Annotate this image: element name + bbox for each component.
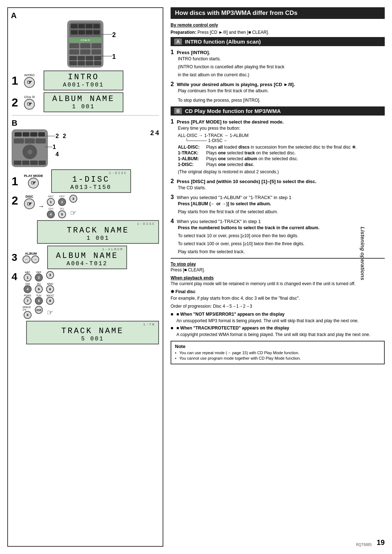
mode-1-track-desc: Plays one selected track on the selected…	[206, 150, 296, 155]
step-3-b: 3 When you selected "1-ALBUM" or "1-TRAC…	[171, 194, 385, 215]
mode-all-disc-desc: Plays all loaded discs in succession fro…	[206, 145, 357, 150]
num-key-1[interactable]: 1	[47, 198, 55, 206]
mode-1-track-key: 1-TRACK:	[178, 150, 203, 155]
lcd-intro-text: INTRO	[47, 73, 120, 82]
step-1a-line1: INTRO function starts.	[178, 56, 385, 62]
arrow-right: →	[38, 203, 44, 210]
lcd-track-text: TRACK NAME	[41, 226, 155, 235]
flow-line1: ALL-DISC → 1-TRACK → 1-ALBUM	[178, 133, 385, 138]
pointer-2-a: 2	[112, 31, 116, 39]
lcd-album-text: ALBUM NAME	[47, 94, 120, 104]
final-disc-heading: ❋ Final disc	[171, 289, 385, 294]
step-4b-line1: To select track 10 or over, press [≥10] …	[178, 232, 385, 239]
step-b3-album: 3 ALBUM ← → 1-ALBUM ALBUM NAME A004-T012	[12, 246, 159, 269]
step-4b-num: 4	[171, 218, 174, 225]
mode-1-track: 1-TRACK: Plays one selected track on the…	[178, 150, 385, 155]
section-a-title: INTRO function (Album scan)	[185, 39, 261, 45]
key-1[interactable]: 1	[24, 274, 32, 282]
section-b-header: B CD Play Mode function for MP3/WMA	[171, 106, 385, 116]
to-stop-text: Press [■ CLEAR].	[171, 267, 385, 273]
step-1b-num: 1	[171, 118, 174, 125]
left-panel: A CD►/II	[7, 7, 163, 547]
intro-button[interactable]: ☞	[24, 77, 35, 88]
play-mode-label: PLAY MODE	[24, 174, 43, 178]
lcd-album-b-tag: 1-ALBUM	[51, 248, 123, 251]
disc-button[interactable]: ☞	[24, 198, 35, 209]
key-7[interactable]: 7	[24, 297, 32, 305]
section-a-label: A	[11, 11, 17, 20]
step-3b-num: 3	[171, 194, 174, 201]
b-step4-num: 4	[12, 271, 21, 283]
step-2-cd: 2 CD►/II ☞ ALBUM NAME 1 001	[12, 92, 159, 112]
step-b1-playmode: 1 PLAY MODE ☞ 1-DISC 1-DISC A013-T150	[12, 169, 159, 193]
album-left-button[interactable]: ←	[23, 255, 30, 263]
pointer-2-b: 2	[56, 133, 59, 139]
num-key-2[interactable]: 2	[58, 198, 66, 206]
top-heading: How discs with MP3/WMA differ from CDs	[171, 7, 385, 19]
page-number: 19	[377, 538, 385, 547]
a-badge: A	[174, 39, 182, 45]
lcd-track-b-row: 1-TR TRACK NAME 5 001	[23, 321, 159, 344]
lcd-track-b-tag: 1-TR	[30, 323, 155, 327]
pointer-1-a: 1	[112, 53, 116, 61]
mode-table: ALL-DISC: Plays all loaded discs in succ…	[178, 145, 385, 167]
lcd-album-b-sub: A004-T012	[51, 260, 123, 267]
when-ends-heading: When playback ends	[171, 275, 385, 280]
lcd-album: ALBUM NAME 1 001	[44, 92, 123, 112]
mode-1-disc-desc: Plays one selected disc.	[206, 162, 254, 167]
lcd-track-name: 1-DISC TRACK NAME 1 001	[37, 220, 159, 244]
to-stop-heading: To stop play	[171, 262, 385, 267]
step-b2-disc: 2 DISC ☞ → ABC 1 DEF 2 3	[12, 195, 159, 218]
num-key-3[interactable]: 3	[69, 195, 77, 203]
num-key-4[interactable]: 4	[47, 210, 55, 218]
final-disc-section: ❋ Final disc For example, if play starts…	[171, 289, 385, 310]
pointer-4-b: 4	[56, 151, 59, 158]
album-label: ALBUM	[25, 252, 37, 255]
hand-icon-b2: ☞	[70, 209, 77, 217]
step-4b-line2: To select track 100 or over, press [≥10]…	[178, 240, 385, 247]
key-3[interactable]: 3	[46, 271, 54, 279]
mode-all-disc: ALL-DISC: Plays all loaded discs in succ…	[178, 145, 385, 150]
section-b-steps-col: 2 4	[51, 129, 159, 138]
key-9[interactable]: 9	[46, 297, 54, 305]
lcd-1disc-tag: 1-DISC	[55, 171, 127, 175]
step-2a-line1: Play continues from the first track of t…	[178, 88, 385, 94]
step-num-2: 2	[12, 97, 23, 108]
step-1-b: 1 Press [PLAY MODE] to select the desire…	[171, 118, 385, 175]
step-1-intro: 1 INTRO ☞ INTRO A001-T001	[12, 70, 159, 90]
step-1b-heading: Press [PLAY MODE] to select the desired …	[177, 119, 284, 125]
key-4[interactable]: 4	[24, 285, 32, 293]
key-6[interactable]: 6	[46, 285, 54, 293]
pointer-b2: 2	[63, 133, 66, 139]
cd-btn-label: CD►/II	[24, 95, 34, 99]
step-3b-heading: When you selected "1-ALBUM" or "1-TRACK"…	[177, 195, 291, 200]
step-1a-num: 1	[171, 49, 174, 56]
lcd-track-b: 1-TR TRACK NAME 5 001	[26, 321, 159, 344]
section-a-header: A INTRO function (Album scan)	[171, 37, 385, 46]
section-b-label: B	[12, 118, 159, 128]
b-step-num-4: 4	[155, 129, 159, 137]
play-mode-button[interactable]: ☞	[28, 178, 39, 189]
note-2: You cannot use program mode together wit…	[179, 356, 380, 360]
album-right-button[interactable]: →	[31, 255, 39, 263]
stop-note: To stop during the process, press [INTRO…	[178, 97, 385, 104]
when-ends-section: When playback ends The current play mode…	[171, 275, 385, 287]
step-1-a: 1 Press [INTRO]. INTRO function starts. …	[171, 49, 385, 78]
key-2[interactable]: 2	[35, 274, 43, 282]
mode-1-disc-key: 1-DISC:	[178, 162, 203, 167]
step-2-a: 2 While your desired album is playing, p…	[171, 81, 385, 94]
note-title: Note	[175, 344, 380, 349]
key-0[interactable]: 0	[24, 311, 32, 319]
lcd-track-b-sub: 5 001	[30, 336, 155, 342]
lcd-track-sub: 1 001	[41, 235, 155, 242]
disc-label: DISC	[25, 195, 33, 198]
b-badge: B	[174, 108, 182, 114]
num-key-5[interactable]: 5	[58, 210, 66, 218]
lcd-album-b-text: ALBUM NAME	[51, 251, 123, 260]
key-8[interactable]: 8	[35, 297, 43, 305]
key-10[interactable]: ≥10	[35, 306, 43, 314]
key-5[interactable]: 5	[35, 285, 43, 293]
cd-button[interactable]: ☞	[24, 99, 35, 110]
lcd-track-b-text: TRACK NAME	[30, 327, 155, 336]
lcd-1disc-text: 1-DISC	[55, 175, 127, 184]
